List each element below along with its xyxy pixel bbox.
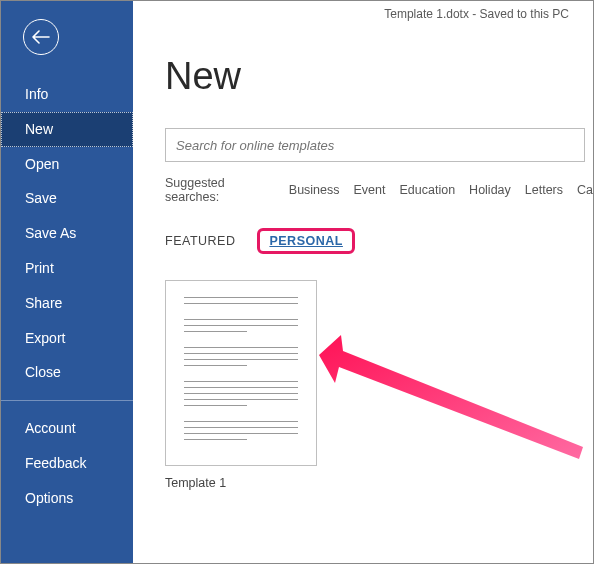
nav-item-open[interactable]: Open [1, 147, 133, 182]
main-panel: Template 1.dotx - Saved to this PC New S… [133, 1, 593, 563]
suggested-link-holiday[interactable]: Holiday [469, 183, 511, 197]
nav-item-account[interactable]: Account [1, 411, 133, 446]
search-input[interactable] [176, 138, 574, 153]
nav-item-new[interactable]: New [1, 112, 133, 147]
nav-item-options[interactable]: Options [1, 481, 133, 516]
nav-separator [1, 400, 133, 401]
nav-item-feedback[interactable]: Feedback [1, 446, 133, 481]
nav-list: Info New Open Save Save As Print Share E… [1, 77, 133, 516]
search-box[interactable] [165, 128, 585, 162]
page-title: New [165, 55, 593, 98]
suggested-link-letters[interactable]: Letters [525, 183, 563, 197]
suggested-label: Suggested searches: [165, 176, 275, 204]
annotation-highlight-box: PERSONAL [257, 228, 354, 254]
nav-item-save-as[interactable]: Save As [1, 216, 133, 251]
suggested-link-event[interactable]: Event [354, 183, 386, 197]
back-arrow-icon [32, 30, 50, 44]
nav-item-close[interactable]: Close [1, 355, 133, 390]
nav-item-info[interactable]: Info [1, 77, 133, 112]
nav-item-export[interactable]: Export [1, 321, 133, 356]
tab-featured[interactable]: FEATURED [165, 234, 235, 248]
template-tabs: FEATURED PERSONAL [165, 228, 593, 254]
window-title: Template 1.dotx - Saved to this PC [384, 7, 569, 21]
nav-item-print[interactable]: Print [1, 251, 133, 286]
suggested-link-business[interactable]: Business [289, 183, 340, 197]
tab-personal[interactable]: PERSONAL [269, 234, 342, 248]
suggested-searches: Suggested searches: Business Event Educa… [165, 176, 593, 204]
nav-item-save[interactable]: Save [1, 181, 133, 216]
back-button[interactable] [23, 19, 59, 55]
backstage-sidebar: Info New Open Save Save As Print Share E… [1, 1, 133, 563]
nav-item-share[interactable]: Share [1, 286, 133, 321]
template-gallery: Template 1 [165, 280, 593, 490]
suggested-link-more[interactable]: Ca [577, 183, 593, 197]
template-caption: Template 1 [165, 476, 593, 490]
template-thumbnail[interactable] [165, 280, 317, 466]
suggested-link-education[interactable]: Education [400, 183, 456, 197]
